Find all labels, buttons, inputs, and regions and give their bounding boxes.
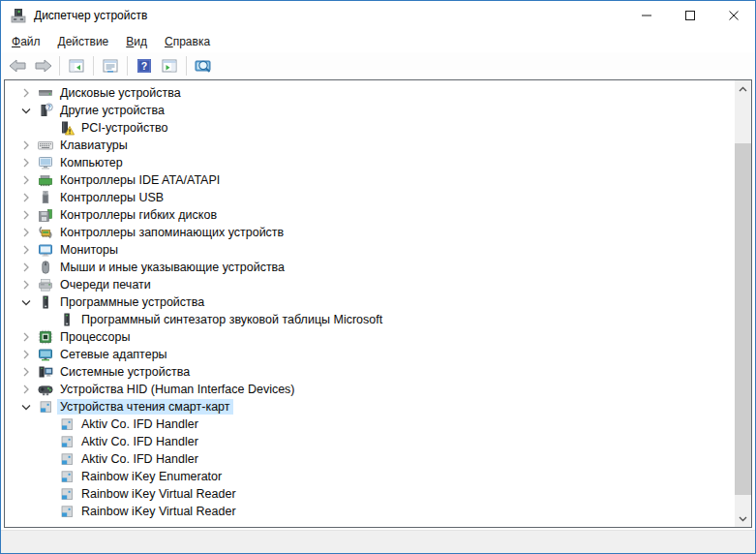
tree-item-label[interactable]: Rainbow iKey Virtual Reader (78, 486, 239, 502)
tree-item[interactable]: Мыши и иные указывающие устройства (5, 259, 735, 276)
mouse-icon (38, 260, 53, 275)
chevron-right-icon[interactable] (18, 207, 34, 223)
action-pane-icon (162, 58, 177, 74)
tree-item[interactable]: Очереди печати (5, 276, 735, 293)
tree-item[interactable]: Контроллеры запоминающих устройств (5, 224, 735, 241)
tree-item[interactable]: Aktiv Co. IFD Handler (5, 450, 735, 468)
tree-item-label[interactable]: Контроллеры гибких дисков (57, 207, 220, 223)
menu-item-action[interactable]: Действие (49, 32, 118, 51)
tree-item[interactable]: Устройства HID (Human Interface Devices) (5, 381, 735, 398)
menu-item-file[interactable]: Файл (3, 32, 49, 51)
tree-item[interactable]: Rainbow iKey Enumerator (5, 468, 735, 485)
tree-item-label[interactable]: Другие устройства (57, 103, 167, 118)
scrollbar-thumb[interactable] (735, 143, 751, 495)
chevron-right-icon[interactable] (18, 277, 34, 292)
tree-item-label[interactable]: Контроллеры запоминающих устройств (57, 225, 287, 240)
chevron-down-icon[interactable] (18, 294, 34, 310)
menu-item-help[interactable]: Справка (156, 32, 219, 51)
chevron-right-icon[interactable] (18, 172, 34, 188)
device-manager-icon (11, 8, 26, 23)
tree-item[interactable]: Rainbow iKey Virtual Reader (5, 503, 735, 520)
tree-item[interactable]: Aktiv Co. IFD Handler (5, 433, 735, 450)
tree-item[interactable]: Контроллеры IDE ATA/ATAPI (5, 171, 735, 189)
chevron-right-icon[interactable] (18, 364, 34, 380)
tree-item-label[interactable]: Мониторы (57, 242, 121, 258)
tree-item-label[interactable]: Aktiv Co. IFD Handler (78, 434, 201, 449)
tree-item[interactable]: Устройства чтения смарт-карт (5, 398, 735, 416)
chevron-right-icon[interactable] (18, 190, 34, 205)
chevron-right-icon[interactable] (18, 85, 34, 101)
tree-item[interactable]: Мониторы (5, 241, 735, 259)
tree-item-label[interactable]: Aktiv Co. IFD Handler (78, 451, 201, 467)
show-console-tree-button[interactable] (64, 54, 89, 77)
tree-item[interactable]: Компьютер (5, 154, 735, 171)
tree-item-label[interactable]: Программный синтезатор звуковой таблицы … (78, 312, 385, 327)
scroll-down-button[interactable] (735, 510, 751, 527)
tree-item[interactable]: ? Другие устройства (5, 102, 735, 119)
menu-item-view[interactable]: Вид (117, 32, 156, 51)
tree-item[interactable]: Системные устройства (5, 363, 735, 381)
chevron-right-icon[interactable] (18, 155, 34, 170)
chevron-placeholder (40, 504, 55, 519)
tree-item-label[interactable]: Дисковые устройства (57, 85, 184, 101)
chevron-right-icon[interactable] (18, 260, 34, 275)
scan-hardware-changes-button[interactable] (191, 54, 216, 77)
computer-icon (38, 155, 53, 170)
minimize-icon (642, 7, 651, 24)
chevron-right-icon[interactable] (18, 242, 34, 258)
chevron-right-icon[interactable] (18, 225, 34, 240)
console-panel: Дисковые устройства ? Другие устройства … (4, 79, 752, 528)
tree-item[interactable]: Сетевые адаптеры (5, 346, 735, 363)
smart-card-icon (38, 399, 53, 415)
tree-item-label[interactable]: Rainbow iKey Enumerator (78, 469, 225, 484)
tree-item[interactable]: Контроллеры USB (5, 189, 735, 206)
tree-item-label[interactable]: Сетевые адаптеры (57, 347, 170, 362)
tree-item-label[interactable]: Мыши и иные указывающие устройства (57, 260, 287, 275)
tree-item-label[interactable]: Системные устройства (57, 364, 193, 380)
minimize-button[interactable] (624, 1, 668, 30)
tree-item-label[interactable]: Очереди печати (57, 277, 154, 292)
properties-button[interactable] (98, 54, 123, 77)
chevron-right-icon[interactable] (18, 138, 34, 153)
vertical-scrollbar[interactable] (735, 80, 751, 527)
ide-controller-icon (38, 172, 53, 188)
tree-item-label[interactable]: Контроллеры IDE ATA/ATAPI (57, 172, 223, 188)
chevron-right-icon[interactable] (18, 382, 34, 397)
chevron-placeholder (40, 434, 55, 449)
tree-item[interactable]: Программный синтезатор звуковой таблицы … (5, 311, 735, 328)
scroll-up-button[interactable] (735, 80, 751, 97)
maximize-button[interactable] (668, 1, 711, 30)
tree-item[interactable]: Rainbow iKey Virtual Reader (5, 485, 735, 503)
tree-item-label[interactable]: PCI-устройство (78, 120, 170, 136)
tree-item[interactable]: PCI-устройство (5, 119, 735, 137)
chevron-right-icon[interactable] (18, 329, 34, 345)
tree-item-label[interactable]: Rainbow iKey Virtual Reader (78, 504, 239, 519)
close-button[interactable] (711, 1, 755, 30)
chevron-down-icon[interactable] (18, 103, 34, 118)
title-bar[interactable]: Диспетчер устройств (1, 1, 755, 30)
forward-button[interactable] (30, 54, 55, 77)
tree-item-label[interactable]: Устройства HID (Human Interface Devices) (57, 382, 298, 397)
tree-item-label[interactable]: Процессоры (57, 329, 133, 345)
tree-item-label[interactable]: Компьютер (57, 155, 126, 170)
tree-item-label[interactable]: Устройства чтения смарт-карт (57, 399, 233, 415)
tree-item[interactable]: Aktiv Co. IFD Handler (5, 416, 735, 433)
tree-item[interactable]: Дисковые устройства (5, 84, 735, 102)
chevron-down-icon[interactable] (18, 399, 34, 415)
device-tree: Дисковые устройства ? Другие устройства … (5, 80, 735, 527)
tree-item[interactable]: Программные устройства (5, 293, 735, 311)
tree-item[interactable]: Клавиатуры (5, 137, 735, 154)
chevron-right-icon[interactable] (18, 347, 34, 362)
tree-item-label[interactable]: Контроллеры USB (57, 190, 166, 205)
tree-item[interactable]: Процессоры (5, 328, 735, 346)
help-button[interactable]: ? (132, 54, 157, 77)
action-pane-button[interactable] (157, 54, 182, 77)
back-arrow-icon (9, 58, 27, 74)
tree-item-label[interactable]: Клавиатуры (57, 138, 131, 153)
smart-card-icon (59, 416, 75, 432)
warning-device-icon (59, 120, 75, 136)
back-button[interactable] (5, 54, 30, 77)
tree-item-label[interactable]: Aktiv Co. IFD Handler (78, 416, 201, 432)
tree-item[interactable]: Контроллеры гибких дисков (5, 206, 735, 224)
tree-item-label[interactable]: Программные устройства (57, 294, 207, 310)
